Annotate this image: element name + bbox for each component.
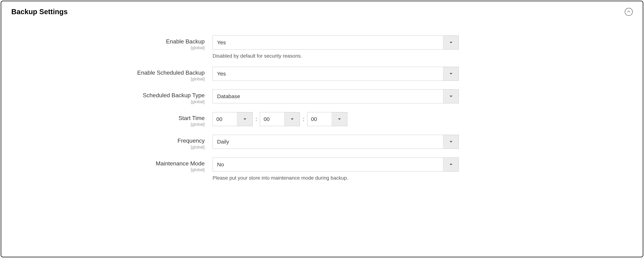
label-col: Enable Scheduled Backup [global] <box>11 67 212 81</box>
control-col: Yes Disabled by default for security rea… <box>212 35 459 59</box>
field-label: Frequency <box>11 137 205 144</box>
start-time-hour-select[interactable]: 00 <box>212 112 253 126</box>
field-frequency: Frequency [global] Daily <box>11 135 633 149</box>
field-enable-scheduled-backup: Enable Scheduled Backup [global] Yes <box>11 67 633 81</box>
field-scheduled-backup-type: Scheduled Backup Type [global] Database <box>11 89 633 104</box>
select-value: Daily <box>213 139 443 145</box>
control-col: No Please put your store into maintenanc… <box>212 157 459 181</box>
select-value: 00 <box>308 116 332 122</box>
label-col: Start Time [global] <box>11 112 212 127</box>
label-col: Maintenance Mode [global] <box>11 157 212 172</box>
scope-label: [global] <box>11 99 205 104</box>
field-label: Enable Backup <box>11 38 205 45</box>
dropdown-arrow-icon <box>443 158 458 171</box>
helper-text: Disabled by default for security reasons… <box>212 53 459 59</box>
dropdown-arrow-icon <box>237 112 252 126</box>
field-maintenance-mode: Maintenance Mode [global] No Please put … <box>11 157 633 181</box>
time-separator: : <box>302 116 305 122</box>
control-col: Yes <box>212 67 459 81</box>
field-label: Start Time <box>11 115 205 122</box>
scope-label: [global] <box>11 76 205 81</box>
time-group: 00 : 00 : 00 <box>212 112 347 126</box>
select-value: Yes <box>213 71 443 77</box>
scheduled-backup-type-select[interactable]: Database <box>212 89 459 103</box>
select-value: 00 <box>213 116 237 122</box>
control-col: 00 : 00 : 00 <box>212 112 347 126</box>
start-time-second-select[interactable]: 00 <box>307 112 347 126</box>
field-label: Enable Scheduled Backup <box>11 69 205 76</box>
field-label: Maintenance Mode <box>11 160 205 167</box>
time-separator: : <box>255 116 258 122</box>
control-col: Daily <box>212 135 459 149</box>
panel-header: Backup Settings <box>11 8 633 16</box>
select-value: Database <box>213 93 443 99</box>
start-time-minute-select[interactable]: 00 <box>260 112 300 126</box>
frequency-select[interactable]: Daily <box>212 135 459 149</box>
select-value: 00 <box>260 116 284 122</box>
dropdown-arrow-icon <box>443 90 458 103</box>
dropdown-arrow-icon <box>332 112 347 126</box>
scope-label: [global] <box>11 45 205 50</box>
enable-backup-select[interactable]: Yes <box>212 35 459 49</box>
label-col: Scheduled Backup Type [global] <box>11 89 212 104</box>
field-label: Scheduled Backup Type <box>11 92 205 99</box>
scope-label: [global] <box>11 122 205 127</box>
label-col: Frequency [global] <box>11 135 212 149</box>
control-col: Database <box>212 89 459 103</box>
dropdown-arrow-icon <box>284 112 300 126</box>
chevron-up-icon <box>627 10 630 13</box>
maintenance-mode-select[interactable]: No <box>212 157 459 171</box>
field-enable-backup: Enable Backup [global] Yes Disabled by d… <box>11 35 633 59</box>
enable-scheduled-backup-select[interactable]: Yes <box>212 67 459 81</box>
helper-text: Please put your store into maintenance m… <box>212 175 459 181</box>
panel-title: Backup Settings <box>11 8 68 16</box>
field-start-time: Start Time [global] 00 : 00 <box>11 112 633 127</box>
select-value: No <box>213 161 443 168</box>
backup-settings-panel: Backup Settings Enable Backup [global] Y… <box>1 1 643 257</box>
label-col: Enable Backup [global] <box>11 35 212 50</box>
scope-label: [global] <box>11 167 205 172</box>
collapse-toggle[interactable] <box>625 8 633 16</box>
select-value: Yes <box>213 39 443 46</box>
scope-label: [global] <box>11 145 205 150</box>
dropdown-arrow-icon <box>443 135 458 148</box>
form-area: Enable Backup [global] Yes Disabled by d… <box>11 35 633 181</box>
dropdown-arrow-icon <box>443 36 458 49</box>
dropdown-arrow-icon <box>443 67 458 81</box>
